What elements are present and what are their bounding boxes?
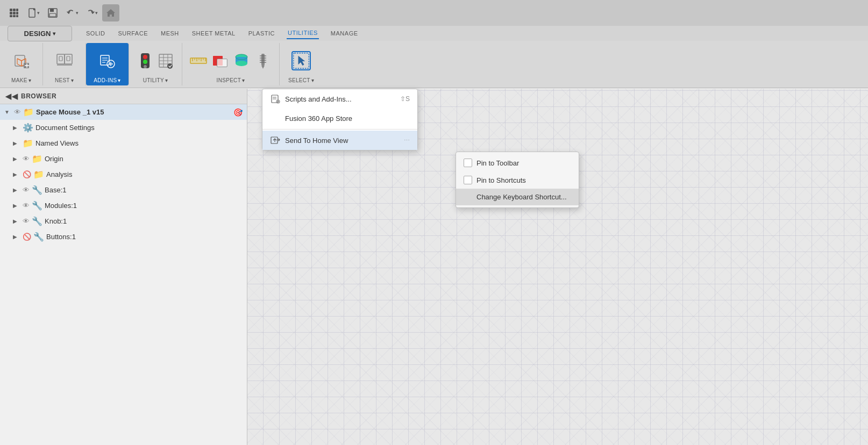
make-icons: [12, 45, 31, 76]
dropdown-appstore[interactable]: Fusion 360 App Store: [262, 109, 417, 128]
utility-section: UTILITY ▾: [129, 43, 182, 85]
inspect-label[interactable]: INSPECT ▾: [217, 77, 245, 83]
svg-point-53: [236, 61, 247, 66]
dropdown-scripts[interactable]: Scripts and Add-Ins... ⇧S: [262, 89, 417, 109]
modules-label: Modules:1: [45, 202, 77, 210]
inspect-color-icon[interactable]: [232, 51, 251, 70]
nest-section: NEST ▾: [43, 43, 86, 85]
eye-icon[interactable]: 👁: [14, 108, 21, 116]
svg-rect-18: [65, 54, 72, 64]
tab-surface[interactable]: SURFACE: [117, 28, 149, 39]
svg-point-29: [143, 55, 147, 59]
eye-hidden-icon-buttons[interactable]: 🚫: [23, 233, 31, 241]
browser-item-analysis[interactable]: ▶ 🚫 📁 Analysis: [0, 167, 247, 182]
svg-rect-4: [13, 12, 16, 15]
select-icons: [291, 45, 311, 76]
utility-label[interactable]: UTILITY ▾: [143, 77, 168, 83]
save-button[interactable]: [44, 4, 61, 21]
named-views-folder-icon: 📁: [23, 138, 33, 148]
eye-hidden-icon-analysis[interactable]: 🚫: [23, 170, 31, 178]
context-pin-shortcuts[interactable]: Pin to Shortcuts: [456, 171, 579, 189]
undo-button[interactable]: ▾: [63, 4, 81, 21]
browser-title: BROWSER: [21, 92, 56, 100]
appstore-icon: [270, 113, 281, 124]
svg-marker-62: [298, 56, 305, 66]
utility-spreadsheet-icon[interactable]: [156, 51, 175, 70]
expand-arrow-knob: ▶: [13, 218, 20, 224]
pin-shortcuts-label: Pin to Shortcuts: [476, 176, 526, 184]
browser-item-named-views[interactable]: ▶ 📁 Named Views: [0, 135, 247, 151]
svg-point-38: [167, 63, 173, 69]
browser-item-modules[interactable]: ▶ 👁 🔧 Modules:1: [0, 198, 247, 213]
redo-button[interactable]: ▾: [83, 4, 100, 21]
eye-icon-modules[interactable]: 👁: [23, 202, 30, 210]
expand-arrow-modules: ▶: [13, 203, 20, 209]
pin-toolbar-label: Pin to Toolbar: [476, 159, 519, 167]
utility-icons: [136, 45, 175, 76]
browser-item-space-mouse[interactable]: ▼ 👁 📁 Space Mouse _1 v15 🎯: [0, 104, 247, 120]
tab-sheet-metal[interactable]: SHEET METAL: [191, 28, 237, 39]
svg-rect-55: [261, 54, 265, 66]
pin-toolbar-checkbox[interactable]: [464, 159, 472, 167]
eye-icon-origin[interactable]: 👁: [23, 155, 30, 163]
buttons-component-icon: 🔧: [33, 232, 44, 242]
utility-icon[interactable]: [136, 51, 155, 70]
analysis-folder-icon: 📁: [33, 169, 44, 180]
browser-item-doc-settings[interactable]: ▶ ⚙️ Document Settings: [0, 120, 247, 135]
select-label[interactable]: SELECT ▾: [288, 77, 314, 83]
expand-arrow-named: ▶: [13, 140, 20, 146]
eye-icon-base[interactable]: 👁: [23, 186, 30, 194]
dropdown-send-home[interactable]: Send To Home View ⋯: [262, 131, 417, 150]
buttons-label: Buttons:1: [46, 233, 76, 241]
home-button[interactable]: [102, 4, 119, 21]
browser-item-base[interactable]: ▶ 👁 🔧 Base:1: [0, 182, 247, 198]
svg-rect-17: [59, 56, 62, 61]
new-file-button[interactable]: ▾: [25, 4, 42, 21]
nest-label[interactable]: NEST ▾: [55, 77, 74, 83]
select-section: SELECT ▾: [280, 43, 323, 85]
select-icon[interactable]: [291, 51, 311, 70]
browser-item-origin[interactable]: ▶ 👁 📁 Origin: [0, 151, 247, 167]
svg-rect-3: [10, 12, 12, 15]
tab-manage[interactable]: MANAGE: [330, 28, 359, 39]
svg-rect-5: [16, 12, 18, 15]
tab-solid[interactable]: SOLID: [85, 28, 106, 39]
design-dropdown[interactable]: DESIGN ▾: [8, 26, 72, 41]
change-shortcut-label: Change Keyboard Shortcut...: [476, 193, 567, 201]
tab-mesh[interactable]: MESH: [160, 28, 180, 39]
target-icon[interactable]: 🎯: [233, 108, 243, 117]
inspect-drill-icon[interactable]: [253, 51, 273, 70]
expand-arrow-buttons: ▶: [13, 234, 20, 240]
browser-panel: ◀◀ BROWSER ▼ 👁 📁 Space Mouse _1 v15 🎯 ▶ …: [0, 89, 247, 445]
send-home-label: Send To Home View: [285, 137, 348, 145]
svg-rect-12: [50, 9, 54, 12]
browser-header: ◀◀ BROWSER: [0, 89, 247, 104]
inspect-compare-icon[interactable]: [210, 51, 230, 70]
send-home-arrow: ⋯: [404, 137, 410, 144]
addins-section: ADD-INS ▾: [86, 43, 129, 85]
ribbon-tabs: DESIGN ▾ SOLID SURFACE MESH SHEET METAL …: [0, 26, 868, 41]
svg-rect-69: [271, 137, 278, 143]
tab-utilities[interactable]: UTILITIES: [287, 27, 319, 39]
make-icon[interactable]: [12, 51, 31, 70]
context-change-shortcut[interactable]: Change Keyboard Shortcut...: [456, 189, 579, 205]
expand-arrow-doc: ▶: [13, 125, 20, 131]
context-pin-toolbar[interactable]: Pin to Toolbar: [456, 154, 579, 171]
apps-button[interactable]: [5, 4, 23, 21]
addins-icon[interactable]: [98, 51, 117, 70]
inspect-ruler-icon[interactable]: [189, 51, 208, 70]
scripts-shortcut: ⇧S: [400, 95, 410, 103]
expand-arrow-analysis: ▶: [13, 171, 20, 177]
make-label[interactable]: MAKE ▾: [11, 77, 31, 83]
browser-item-knob[interactable]: ▶ 👁 🔧 Knob:1: [0, 213, 247, 229]
eye-icon-knob[interactable]: 👁: [23, 217, 30, 225]
browser-item-buttons[interactable]: ▶ 🚫 🔧 Buttons:1: [0, 229, 247, 245]
addins-label[interactable]: ADD-INS ▾: [94, 77, 121, 83]
browser-back-arrow[interactable]: ◀◀: [5, 92, 18, 101]
nest-icon[interactable]: [55, 51, 74, 70]
tab-plastic[interactable]: PLASTIC: [247, 28, 276, 39]
svg-rect-7: [13, 15, 16, 17]
scripts-label: Scripts and Add-Ins...: [285, 95, 352, 103]
knob-label: Knob:1: [45, 217, 67, 225]
pin-shortcuts-checkbox[interactable]: [464, 176, 472, 184]
